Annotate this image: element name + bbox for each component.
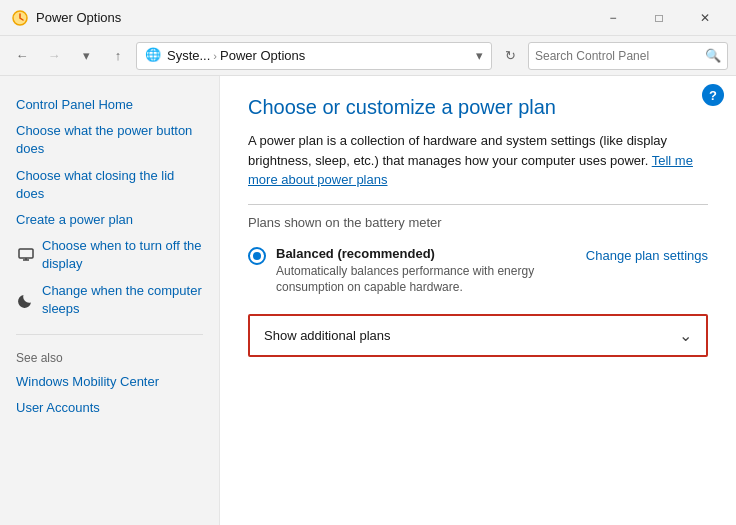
address-icon: 🌐 — [145, 47, 163, 65]
search-input[interactable] — [535, 49, 701, 63]
search-icon: 🔍 — [705, 48, 721, 63]
refresh-button[interactable]: ↻ — [496, 42, 524, 70]
moon-icon — [16, 290, 36, 310]
show-additional-plans[interactable]: Show additional plans ⌄ — [248, 314, 708, 357]
content-area: ? Choose or customize a power plan A pow… — [220, 76, 736, 525]
sidebar-link-label: Choose when to turn off the display — [42, 237, 203, 273]
sidebar-item-computer-sleeps[interactable]: Change when the computer sleeps — [0, 278, 219, 322]
display-icon — [16, 245, 36, 265]
address-bar[interactable]: 🌐 Syste... › Power Options ▾ — [136, 42, 492, 70]
minimize-button[interactable]: − — [590, 0, 636, 36]
sidebar-link-label: User Accounts — [16, 399, 100, 417]
sidebar-item-user-accounts[interactable]: User Accounts — [0, 395, 219, 421]
maximize-button[interactable]: □ — [636, 0, 682, 36]
address-breadcrumb: Syste... › Power Options — [167, 48, 468, 63]
breadcrumb-syste: Syste... — [167, 48, 210, 63]
sidebar-link-label: Windows Mobility Center — [16, 373, 159, 391]
title-bar: Power Options − □ ✕ — [0, 0, 736, 36]
dropdown-button[interactable]: ▾ — [72, 42, 100, 70]
window-controls: − □ ✕ — [590, 0, 728, 36]
sidebar-item-turn-off-display[interactable]: Choose when to turn off the display — [0, 233, 219, 277]
up-button[interactable]: ↑ — [104, 42, 132, 70]
breadcrumb-poweroptions: Power Options — [220, 48, 305, 63]
address-dropdown-icon[interactable]: ▾ — [476, 48, 483, 63]
plan-item-balanced: Balanced (recommended) Automatically bal… — [248, 240, 708, 303]
sidebar-item-power-button[interactable]: Choose what the power button does — [0, 118, 219, 162]
breadcrumb-sep: › — [213, 50, 217, 62]
page-title: Choose or customize a power plan — [248, 96, 708, 119]
radio-button-balanced[interactable] — [248, 247, 266, 265]
help-button[interactable]: ? — [702, 84, 724, 106]
sidebar-item-create-plan[interactable]: Create a power plan — [0, 207, 219, 233]
sidebar-link-label: Control Panel Home — [16, 96, 133, 114]
see-also-label: See also — [0, 347, 219, 369]
close-button[interactable]: ✕ — [682, 0, 728, 36]
page-description: A power plan is a collection of hardware… — [248, 131, 708, 190]
description-text: A power plan is a collection of hardware… — [248, 133, 667, 168]
sidebar: Control Panel Home Choose what the power… — [0, 76, 220, 525]
additional-plans-label: Show additional plans — [264, 328, 390, 343]
window-title: Power Options — [36, 10, 121, 25]
navigation-bar: ← → ▾ ↑ 🌐 Syste... › Power Options ▾ ↻ 🔍 — [0, 36, 736, 76]
sidebar-item-control-panel-home[interactable]: Control Panel Home — [0, 92, 219, 118]
radio-inner — [253, 252, 261, 260]
sidebar-item-windows-mobility[interactable]: Windows Mobility Center — [0, 369, 219, 395]
section-divider — [248, 204, 708, 205]
app-icon — [12, 10, 28, 26]
main-layout: Control Panel Home Choose what the power… — [0, 76, 736, 525]
forward-button[interactable]: → — [40, 42, 68, 70]
change-plan-settings-link[interactable]: Change plan settings — [586, 248, 708, 263]
sidebar-link-label: Choose what closing the lid does — [16, 167, 203, 203]
sidebar-item-closing-lid[interactable]: Choose what closing the lid does — [0, 163, 219, 207]
sidebar-link-label: Create a power plan — [16, 211, 133, 229]
sidebar-link-label: Choose what the power button does — [16, 122, 203, 158]
back-button[interactable]: ← — [8, 42, 36, 70]
chevron-down-icon: ⌄ — [679, 326, 692, 345]
sidebar-link-label: Change when the computer sleeps — [42, 282, 203, 318]
sidebar-divider — [16, 334, 203, 335]
plan-desc: Automatically balances performance with … — [276, 263, 586, 297]
search-box[interactable]: 🔍 — [528, 42, 728, 70]
section-label: Plans shown on the battery meter — [248, 215, 708, 230]
svg-rect-1 — [19, 249, 33, 258]
plan-name: Balanced (recommended) — [276, 246, 586, 261]
